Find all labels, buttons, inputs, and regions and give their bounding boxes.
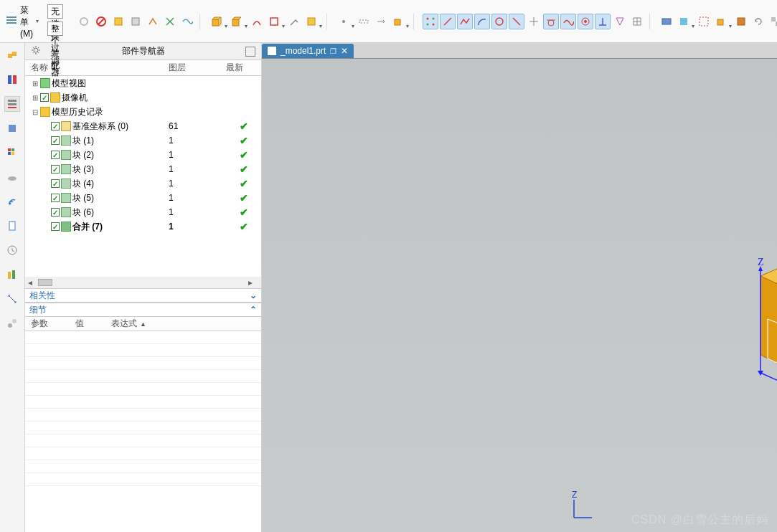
tree-node-unite[interactable]: 合并 (7)1✔	[25, 219, 261, 234]
tool-cube-icon[interactable]	[713, 14, 729, 29]
rail-document-icon[interactable]	[4, 218, 20, 234]
svg-rect-51	[9, 222, 15, 230]
svg-rect-43	[8, 107, 17, 108]
svg-point-55	[8, 323, 12, 328]
circle-icon[interactable]	[491, 14, 507, 29]
tool-cube-icon[interactable]	[209, 14, 225, 29]
svg-rect-37	[8, 54, 12, 58]
tool-icon[interactable]	[612, 14, 628, 29]
concentric-icon[interactable]	[578, 14, 593, 29]
tree-node-block[interactable]: 块 (6)1✔	[25, 205, 261, 219]
detail-row[interactable]	[25, 344, 261, 357]
dependency-section[interactable]: 相关性⌄	[25, 288, 261, 303]
tool-cube-icon[interactable]	[229, 14, 245, 29]
tool-icon[interactable]	[303, 14, 319, 29]
svg-point-18	[433, 23, 435, 25]
3d-viewport[interactable]: _model1.prt ❐ ✕ Z Y	[262, 43, 777, 532]
detail-row[interactable]	[25, 396, 261, 409]
tool-icon[interactable]	[145, 14, 161, 29]
point-icon[interactable]	[336, 14, 352, 29]
sketch-point-icon[interactable]	[423, 14, 438, 29]
file-icon	[268, 47, 276, 55]
perpendicular-icon[interactable]	[595, 14, 611, 29]
tree-node-block[interactable]: 块 (2)1✔	[25, 148, 261, 162]
rail-dimension-icon[interactable]	[4, 291, 20, 307]
rail-cloud-icon[interactable]	[4, 169, 20, 185]
svg-rect-31	[700, 17, 708, 26]
rail-reuse-icon[interactable]	[4, 120, 20, 136]
refresh-icon[interactable]	[750, 14, 766, 29]
tree-column-header[interactable]: 名称 ▲ 图层 最新	[25, 60, 261, 76]
rail-signal-icon[interactable]	[4, 194, 20, 209]
tool-icon[interactable]	[128, 14, 143, 29]
tool-icon[interactable]	[373, 14, 389, 29]
svg-rect-46	[11, 148, 14, 151]
tool-icon[interactable]	[249, 14, 265, 29]
detail-row[interactable]	[25, 357, 261, 370]
rail-assembly-icon[interactable]	[4, 47, 20, 63]
tool-icon[interactable]	[526, 14, 542, 29]
rail-icon[interactable]	[4, 267, 20, 282]
tree-node-datum[interactable]: 基准坐标系 (0)61✔	[25, 119, 261, 133]
arc-icon[interactable]	[474, 14, 490, 29]
tab-bar: _model1.prt ❐ ✕	[262, 43, 777, 59]
line-icon[interactable]	[440, 14, 456, 29]
window-icon[interactable]: ❐	[330, 47, 336, 55]
detail-row[interactable]	[25, 370, 261, 383]
tool-icon[interactable]	[76, 14, 92, 29]
tool-icon[interactable]	[162, 14, 178, 29]
detail-row[interactable]	[25, 473, 261, 486]
tool-icon[interactable]	[110, 14, 126, 29]
details-section[interactable]: 细节⌃	[25, 303, 261, 317]
detail-column-header[interactable]: 参数 值 表达式 ▲	[25, 317, 261, 331]
tree-node-block[interactable]: 块 (5)1✔	[25, 191, 261, 205]
detail-row[interactable]	[25, 383, 261, 396]
tool-icon[interactable]	[696, 14, 712, 29]
polyline-icon[interactable]	[457, 14, 473, 29]
tool-icon[interactable]	[356, 14, 372, 29]
tree-node-block[interactable]: 块 (4)1✔	[25, 176, 261, 191]
svg-point-17	[427, 23, 429, 25]
spline-icon[interactable]	[560, 14, 576, 29]
selection-scope-dropdown[interactable]: 整个装配	[47, 22, 63, 36]
detail-row[interactable]	[25, 447, 261, 460]
tree-node-history[interactable]: ⊟模型历史记录	[25, 105, 261, 119]
tool-icon[interactable]	[266, 14, 282, 29]
pin-icon[interactable]	[245, 47, 255, 57]
tree-node-block[interactable]: 块 (3)1✔	[25, 162, 261, 176]
tool-icon[interactable]	[768, 14, 777, 29]
detail-row[interactable]	[25, 422, 261, 434]
detail-row[interactable]	[25, 434, 261, 447]
horizontal-scrollbar[interactable]: ◂▸	[25, 277, 261, 288]
tab-label: _model1.prt	[281, 46, 326, 56]
detail-row[interactable]	[25, 331, 261, 344]
no-entry-icon[interactable]	[93, 14, 109, 29]
rail-constraint-icon[interactable]	[4, 72, 20, 87]
tree-node-camera[interactable]: ⊞摄像机	[25, 90, 261, 105]
svg-rect-8	[212, 19, 219, 26]
gear-icon[interactable]	[31, 45, 41, 57]
detail-row[interactable]	[25, 409, 261, 422]
tool-icon[interactable]	[676, 14, 692, 29]
close-icon[interactable]: ✕	[341, 46, 348, 56]
document-tab[interactable]: _model1.prt ❐ ✕	[262, 44, 354, 58]
tool-icon[interactable]	[179, 14, 195, 29]
svg-point-25	[584, 20, 587, 23]
grid-icon[interactable]	[629, 14, 645, 29]
selection-filter-dropdown[interactable]: 无选择过滤器	[47, 4, 63, 19]
tool-icon[interactable]	[286, 14, 302, 29]
rail-icon[interactable]	[4, 315, 20, 331]
tree-node-model-view[interactable]: ⊞模型视图	[25, 76, 261, 90]
detail-row[interactable]	[25, 460, 261, 473]
rail-history-icon[interactable]	[4, 242, 20, 258]
rail-navigator-icon[interactable]	[4, 96, 20, 112]
line2-icon[interactable]	[509, 14, 524, 29]
tree-node-block[interactable]: 块 (1)1✔	[25, 133, 261, 148]
tool-icon[interactable]	[659, 14, 674, 29]
rail-color-icon[interactable]	[4, 145, 20, 161]
tangent-icon[interactable]	[543, 14, 559, 29]
tool-icon[interactable]	[733, 14, 749, 29]
main-menu[interactable]: 菜单(M) ▾	[0, 0, 44, 42]
tool-cube-icon[interactable]	[390, 14, 406, 29]
svg-rect-13	[359, 20, 368, 23]
